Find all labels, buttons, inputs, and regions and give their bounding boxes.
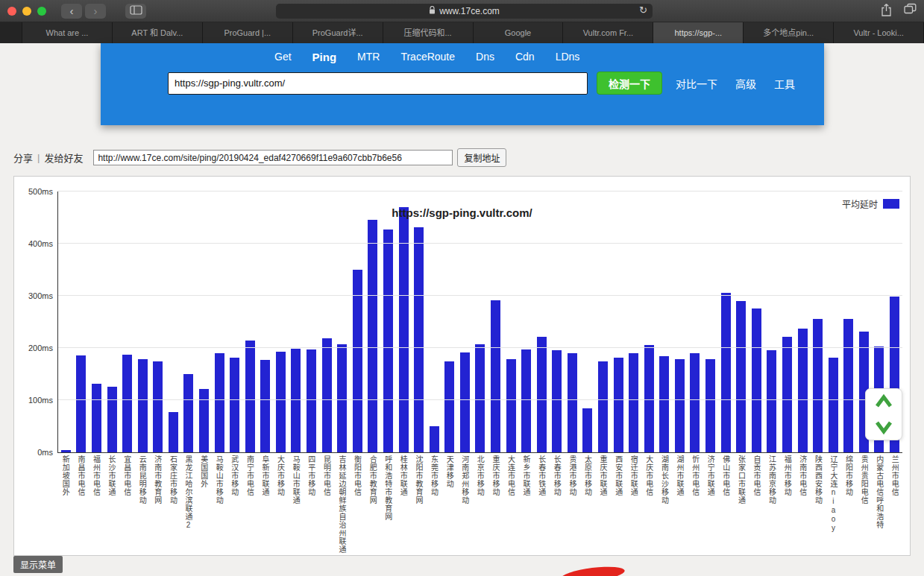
tabs-overview-button[interactable] (904, 3, 917, 20)
nav-item-get[interactable]: Get (274, 51, 292, 63)
friend-link[interactable]: 发给好友 (44, 151, 83, 165)
minimize-button[interactable] (22, 7, 31, 16)
x-label-slot: 新乡市联通 (518, 455, 534, 554)
bar (721, 293, 731, 452)
browser-tab[interactable]: ProGuard |... (203, 22, 293, 43)
bar-slot (580, 408, 596, 452)
bar (629, 353, 638, 452)
bar-slot (672, 359, 688, 452)
bar (230, 358, 239, 452)
x-label-slot: 重庆市联通 (595, 455, 611, 554)
bar (215, 353, 224, 452)
bar (782, 337, 792, 452)
x-label-slot: 四平市移动 (304, 455, 319, 554)
bar-slot (565, 353, 580, 452)
x-label-slot: 宿迁市联通 (626, 455, 641, 554)
y-tick: 400ms (19, 239, 53, 248)
nav-item-cdn[interactable]: Cdn (515, 51, 535, 63)
browser-tab[interactable]: 多个地点pin... (744, 22, 834, 43)
x-label: 绵阳市移动 (844, 455, 853, 554)
nav-item-ldns[interactable]: LDns (556, 51, 580, 63)
bar (705, 359, 715, 452)
bar (598, 361, 608, 452)
tabs-overview-icon (904, 3, 917, 14)
bar (537, 337, 547, 452)
bar-slot (135, 359, 151, 452)
copy-button[interactable]: 复制地址 (457, 148, 506, 167)
x-label: 东莞市移动 (430, 455, 439, 554)
back-button[interactable]: ‹ (61, 4, 82, 19)
x-label: 太原市移动 (582, 455, 591, 554)
bar (322, 338, 332, 452)
bar-slot (150, 361, 166, 452)
nav-item-traceroute[interactable]: TraceRoute (400, 51, 455, 63)
x-label: 张家口市联通 (736, 455, 745, 554)
browser-tab[interactable]: Vultr.com Fr... (563, 22, 653, 43)
bar (291, 349, 301, 452)
x-label: 长沙市联通 (107, 455, 116, 554)
x-label-slot: 重庆市移动 (488, 455, 503, 554)
close-button[interactable] (7, 7, 16, 16)
zoom-button[interactable] (37, 7, 46, 16)
x-label-slot: 东莞市移动 (426, 455, 441, 554)
x-label-slot: 福州市电信 (88, 455, 104, 554)
refresh-icon[interactable]: ↻ (639, 4, 647, 16)
x-label-slot: 西安市联通 (610, 455, 626, 554)
x-label: 福州市电信 (91, 455, 100, 554)
bar (614, 358, 623, 452)
browser-tab[interactable]: https://sgp-... (653, 22, 744, 43)
browser-window: ‹ › www.17ce.com ↻ (0, 0, 924, 576)
nav-item-dns[interactable]: Dns (476, 51, 494, 63)
x-label: 陕西西安移动 (813, 455, 822, 554)
x-label: 福州市移动 (782, 455, 791, 554)
nav-item-ping[interactable]: Ping (312, 51, 337, 63)
bar (675, 359, 685, 452)
sidebar-toggle-button[interactable] (125, 4, 146, 19)
x-label-slot: 新加坡国外 (57, 455, 73, 554)
nav-item-mtr[interactable]: MTR (357, 51, 380, 63)
x-label-slot: 北京市移动 (472, 455, 488, 554)
x-label: 美国国外 (199, 455, 208, 554)
browser-tab[interactable]: What are ... (22, 22, 113, 43)
result-url-input[interactable] (93, 150, 453, 165)
x-label-slot: 济宁市联通 (703, 455, 718, 554)
bar (690, 353, 700, 452)
check-button[interactable]: 检测一下 (597, 72, 662, 95)
show-menu-button[interactable]: 显示菜单 (13, 556, 63, 573)
share-row: 分享 | 发给好友 复制地址 (13, 148, 506, 167)
bar-slot (441, 361, 457, 452)
x-label-slot: 南宁市电信 (242, 455, 257, 554)
bar-slot (840, 319, 856, 452)
x-label-slot: 合肥市教育网 (365, 455, 380, 554)
x-label: 佛山市电信 (721, 455, 730, 554)
bar-slot (688, 353, 703, 452)
browser-tab[interactable]: Google (474, 22, 564, 43)
scroll-down-button[interactable] (866, 414, 902, 440)
bar-slot (626, 353, 641, 452)
browser-tab[interactable]: ProGuard详... (293, 22, 383, 43)
scroll-up-button[interactable] (866, 389, 902, 414)
browser-tab[interactable]: 压缩代码和... (383, 22, 474, 43)
x-label-slot: 福州市移动 (779, 455, 795, 554)
x-label: 新加坡国外 (60, 455, 69, 554)
share-button[interactable] (881, 3, 892, 20)
bar-slot (58, 450, 74, 452)
extra-link[interactable]: 高级 (735, 76, 756, 91)
address-bar[interactable]: www.17ce.com ↻ (276, 4, 653, 19)
browser-tab[interactable]: Vultr - Looki... (834, 22, 924, 43)
x-label-slot: 美国国外 (195, 455, 211, 554)
extra-link[interactable]: 工具 (774, 76, 795, 91)
browser-tab[interactable] (0, 22, 22, 43)
share-icon (881, 3, 892, 17)
x-label: 河南郑州移动 (460, 455, 469, 554)
browser-tab[interactable]: ART 和 Dalv... (113, 22, 203, 43)
extra-link[interactable]: 对比一下 (676, 76, 717, 91)
bar-slot (534, 337, 550, 452)
bar-slot (396, 207, 412, 452)
forward-button[interactable]: › (85, 4, 106, 19)
bar (521, 349, 531, 452)
gridline (58, 191, 902, 192)
bar (767, 350, 776, 452)
x-label-slot: 太原市移动 (579, 455, 595, 554)
url-input[interactable] (168, 72, 588, 95)
